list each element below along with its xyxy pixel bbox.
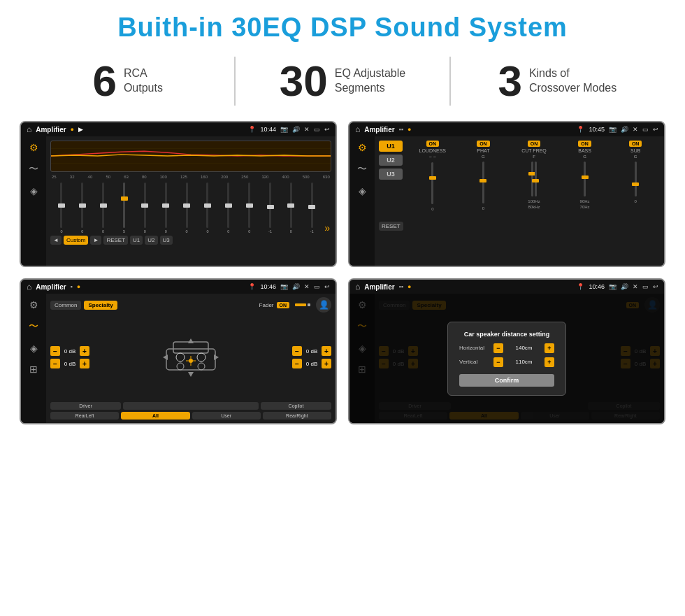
cutfreq-on-badge: ON xyxy=(528,141,541,147)
stat-eq-line1: EQ Adjustable xyxy=(335,66,405,81)
fader-rearleft-button[interactable]: RearLeft xyxy=(50,412,119,420)
eq-u2-button[interactable]: U2 xyxy=(145,236,157,245)
eq-custom-button[interactable]: Custom xyxy=(64,236,89,245)
freq-40: 40 xyxy=(88,175,93,179)
fader-settings-icon[interactable]: 👤 xyxy=(316,297,331,313)
dialog-horizontal-value: 140cm xyxy=(505,345,542,351)
eq-slider-10[interactable]: 0 xyxy=(240,181,259,234)
loudness-on-badge: ON xyxy=(426,141,440,147)
screenshots-grid: ⌂ Amplifier ● ▶ 📍 10:44 📷 🔊 ✕ ▭ ↩ ⚙ 〜 ◈ xyxy=(0,115,685,436)
fader-driver-button[interactable]: Driver xyxy=(50,402,121,410)
eq-slider-11[interactable]: -1 xyxy=(261,181,280,234)
dialog-vertical-minus[interactable]: − xyxy=(493,357,503,367)
fader-sidebar-speaker-icon[interactable]: ◈ xyxy=(30,343,38,354)
crossover-bass: ON BASS G 90Hz 70Hz xyxy=(561,141,610,213)
eq-sidebar-wave-icon[interactable]: 〜 xyxy=(29,163,38,176)
eq-slider-2[interactable]: 0 xyxy=(73,181,92,234)
stat-crossover-number: 3 xyxy=(498,59,521,103)
eq-main-area: 25 32 40 50 63 80 100 125 160 200 250 32… xyxy=(46,136,336,266)
stat-crossover-line2: Crossover Modes xyxy=(529,81,616,96)
dialog-app-name: Amplifier xyxy=(364,283,394,291)
fader-all-button[interactable]: All xyxy=(121,412,189,420)
dialog-horizontal-row: Horizontal − 140cm + xyxy=(459,343,554,353)
eq-u3-button[interactable]: U3 xyxy=(160,236,173,245)
eq-more-arrow[interactable]: » xyxy=(323,222,330,234)
dialog-back-icon: ↩ xyxy=(653,283,658,290)
crossover-u1-button[interactable]: U1 xyxy=(379,141,403,152)
crossover-vol-icon: 🔊 xyxy=(621,126,628,133)
crossover-u2-button[interactable]: U2 xyxy=(379,155,403,166)
fader-user-button[interactable]: User xyxy=(192,412,261,420)
eq-slider-7[interactable]: 0 xyxy=(177,181,196,234)
dialog-dots: ▪▪ xyxy=(399,283,403,290)
eq-slider-1[interactable]: 0 xyxy=(52,181,71,234)
dialog-horizontal-label: Horizontal xyxy=(459,345,491,351)
fader-common-tab[interactable]: Common xyxy=(50,301,81,310)
eq-slider-8[interactable]: 0 xyxy=(198,181,217,234)
fader-plus-4[interactable]: + xyxy=(322,359,331,368)
eq-u1-button[interactable]: U1 xyxy=(130,236,143,245)
eq-sidebar-speaker-icon[interactable]: ◈ xyxy=(30,185,38,196)
bass-slider[interactable] xyxy=(584,162,586,196)
fader-minus-1[interactable]: − xyxy=(50,346,60,356)
loudness-label: LOUDNESS xyxy=(419,148,447,153)
eq-slider-9[interactable]: 0 xyxy=(219,181,238,234)
fader-sidebar-eq-icon[interactable]: ⚙ xyxy=(29,299,38,310)
screen-eq: ⌂ Amplifier ● ▶ 📍 10:44 📷 🔊 ✕ ▭ ↩ ⚙ 〜 ◈ xyxy=(20,121,337,267)
crossover-sidebar-wave-icon[interactable]: 〜 xyxy=(357,163,367,176)
car-diagram xyxy=(94,315,288,400)
fader-copilot-button[interactable]: Copilot xyxy=(261,402,331,410)
fader-minus-4[interactable]: − xyxy=(292,359,302,368)
eq-slider-3[interactable]: 0 xyxy=(94,181,113,234)
fader-minus-2[interactable]: − xyxy=(50,359,60,368)
eq-play: ▶ xyxy=(78,126,83,133)
cutfreq-slider-g[interactable] xyxy=(535,162,537,196)
eq-slider-6[interactable]: 0 xyxy=(156,181,175,234)
dialog-horizontal-minus[interactable]: − xyxy=(493,343,503,353)
dialog-vertical-plus[interactable]: + xyxy=(545,357,554,367)
fader-rearright-button[interactable]: RearRight xyxy=(263,412,331,420)
eq-slider-4[interactable]: 5 xyxy=(115,181,134,234)
fader-content: − 0 dB + − 0 dB + xyxy=(50,315,331,400)
crossover-reset-button[interactable]: RESET xyxy=(379,222,403,231)
fader-sidebar-vol-icon[interactable]: ⊞ xyxy=(29,364,38,375)
crossover-sidebar-eq-icon[interactable]: ⚙ xyxy=(358,142,367,153)
phat-slider[interactable] xyxy=(482,162,484,203)
eq-x-icon: ✕ xyxy=(304,126,310,133)
phat-val: 0 xyxy=(482,206,484,210)
eq-reset-button[interactable]: RESET xyxy=(103,236,128,245)
crossover-time: 10:45 xyxy=(589,126,605,133)
fader-dots: ▪ xyxy=(71,283,73,290)
eq-sidebar-equalizer-icon[interactable]: ⚙ xyxy=(29,142,38,153)
eq-slider-12[interactable]: 0 xyxy=(281,181,301,234)
dialog-vol-icon: 🔊 xyxy=(621,283,628,290)
fader-plus-1[interactable]: + xyxy=(80,346,89,356)
svg-point-7 xyxy=(177,363,184,370)
fader-left-controls: − 0 dB + − 0 dB + xyxy=(50,315,89,400)
fader-specialty-tab[interactable]: Specialty xyxy=(84,301,117,310)
crossover-loudness: ON LOUDNESS ~~ 0 xyxy=(408,141,457,213)
eq-next-button[interactable]: ► xyxy=(90,236,101,245)
fader-sidebar: ⚙ 〜 ◈ ⊞ xyxy=(21,294,46,423)
cutfreq-label: CUT FREQ xyxy=(521,148,547,153)
stat-rca-number: 6 xyxy=(92,59,116,103)
dialog-horizontal-plus[interactable]: + xyxy=(545,343,554,353)
crossover-top: U1 U2 U3 ON LOUDNESS ~~ xyxy=(379,141,660,213)
eq-status-bar: ⌂ Amplifier ● ▶ 📍 10:44 📷 🔊 ✕ ▭ ↩ xyxy=(21,122,336,136)
fader-plus-2[interactable]: + xyxy=(80,359,89,368)
crossover-presets: U1 U2 U3 xyxy=(379,141,405,213)
fader-plus-3[interactable]: + xyxy=(322,346,331,356)
fader-minus-3[interactable]: − xyxy=(292,346,302,356)
fader-sidebar-wave-icon[interactable]: 〜 xyxy=(29,320,38,333)
eq-slider-13[interactable]: -1 xyxy=(302,181,322,234)
eq-prev-button[interactable]: ◄ xyxy=(50,236,62,245)
crossover-sidebar-speaker-icon[interactable]: ◈ xyxy=(359,185,366,196)
fader-dot: ● xyxy=(77,283,80,290)
sub-slider[interactable] xyxy=(635,162,637,196)
crossover-u3-button[interactable]: U3 xyxy=(379,169,403,180)
eq-vol-icon: 🔊 xyxy=(292,126,300,133)
dialog-confirm-button[interactable]: Confirm xyxy=(459,374,554,387)
loudness-slider[interactable] xyxy=(431,162,433,204)
screen-fader: ⌂ Amplifier ▪ ● 📍 10:46 📷 🔊 ✕ ▭ ↩ ⚙ 〜 ◈ … xyxy=(20,278,337,424)
eq-slider-5[interactable]: 0 xyxy=(135,181,154,234)
